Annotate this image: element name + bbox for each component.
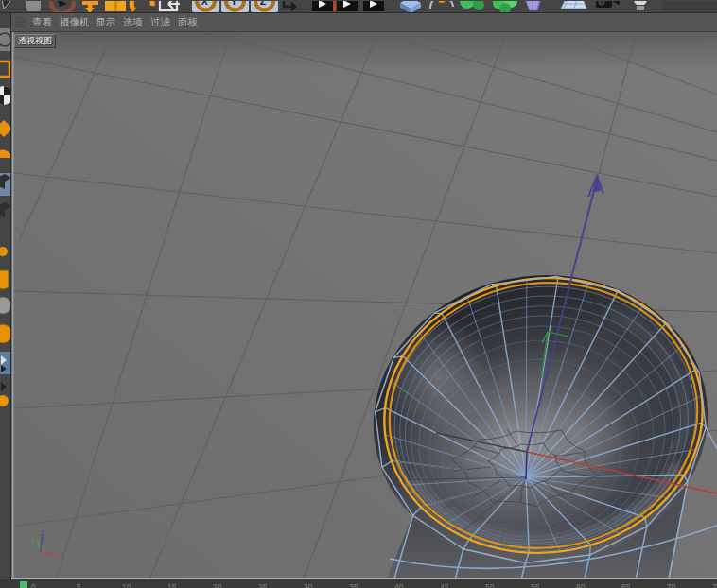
svg-text:X: X — [201, 1, 208, 7]
svg-text:Y: Y — [231, 1, 237, 7]
svg-text:Y: Y — [31, 539, 36, 545]
svg-text:Z: Z — [260, 1, 266, 7]
svg-text:Z: Z — [41, 529, 44, 536]
svg-text:X: X — [55, 553, 60, 560]
